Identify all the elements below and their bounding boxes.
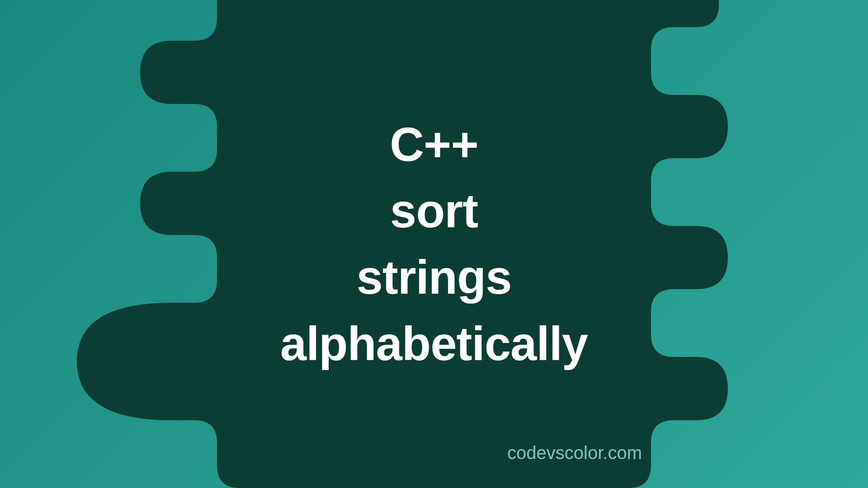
title-text-block: C++ sort strings alphabetically (280, 111, 588, 377)
watermark-text: codevscolor.com (507, 443, 642, 463)
title-line-3: strings (280, 244, 588, 310)
title-line-4: alphabetically (280, 310, 588, 377)
title-line-1: C++ (280, 111, 588, 178)
title-line-2: sort (280, 178, 588, 244)
